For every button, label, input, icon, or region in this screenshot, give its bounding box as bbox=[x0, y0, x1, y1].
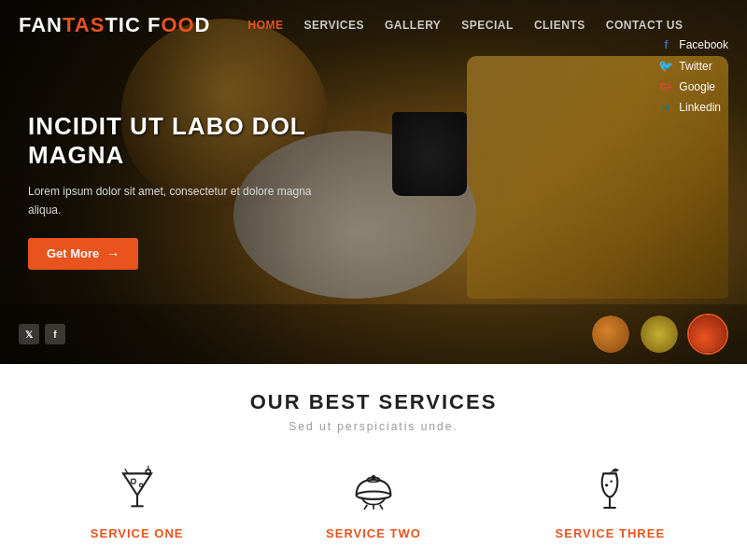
get-more-button[interactable]: Get More → bbox=[28, 238, 138, 270]
social-bar: f Facebook 🐦 Twitter G+ Google in Linked… bbox=[658, 37, 728, 114]
service-item-three: SERVICE THREE bbox=[492, 461, 728, 540]
nav-home[interactable]: HOME bbox=[248, 19, 284, 32]
nav-contact[interactable]: CONTACT US bbox=[606, 19, 684, 32]
social-facebook[interactable]: f Facebook bbox=[658, 37, 728, 51]
facebook-label: Facebook bbox=[679, 38, 728, 51]
linkedin-label: Linkedin bbox=[679, 101, 721, 114]
services-grid: SERVICE ONE SERVICE TWO bbox=[19, 461, 728, 540]
social-twitter[interactable]: 🐦 Twitter bbox=[658, 59, 728, 73]
service-two-icon bbox=[345, 461, 402, 517]
nav-gallery[interactable]: GALLERY bbox=[385, 19, 441, 32]
svg-line-13 bbox=[380, 505, 383, 510]
slide-thumb-1[interactable] bbox=[590, 314, 631, 355]
logo-text-tic: TIC F bbox=[105, 13, 161, 36]
navbar: FANTASTIC FOOD HOME SERVICES GALLERY SPE… bbox=[0, 0, 747, 50]
svg-point-7 bbox=[139, 483, 142, 486]
logo-text-fan: FAN bbox=[19, 13, 63, 36]
services-title: OUR BEST SERVICES bbox=[250, 390, 498, 414]
service-item-one: SERVICE ONE bbox=[19, 461, 255, 540]
share-facebook-icon[interactable]: f bbox=[45, 324, 65, 344]
google-icon: G+ bbox=[658, 82, 673, 92]
social-google[interactable]: G+ Google bbox=[658, 80, 728, 93]
linkedin-icon: in bbox=[658, 103, 673, 112]
service-three-label: SERVICE THREE bbox=[556, 526, 666, 540]
logo-text-oo: OO bbox=[161, 13, 194, 36]
svg-point-6 bbox=[131, 479, 135, 483]
nav-links: HOME SERVICES GALLERY SPECIAL CLIENTS CO… bbox=[248, 19, 684, 32]
nav-clients[interactable]: CLIENTS bbox=[534, 19, 585, 32]
twitter-icon: 🐦 bbox=[658, 59, 673, 73]
nav-services[interactable]: SERVICES bbox=[304, 19, 364, 32]
slide-thumb-2-image bbox=[641, 315, 678, 353]
svg-point-17 bbox=[605, 483, 608, 486]
slide-thumbnails bbox=[590, 314, 728, 355]
service-three-icon bbox=[582, 461, 638, 517]
service-one-label: SERVICE ONE bbox=[91, 526, 184, 540]
hero-text: Lorem ipsum dolor sit amet, consectetur … bbox=[28, 183, 345, 218]
svg-line-11 bbox=[364, 505, 367, 510]
nav-special[interactable]: SPECIAL bbox=[461, 19, 514, 32]
twitter-label: Twitter bbox=[679, 60, 712, 73]
svg-point-8 bbox=[357, 492, 391, 499]
hero-content: INCIDIT UT LABO DOL MAGNA Lorem ipsum do… bbox=[28, 112, 345, 270]
service-item-two: SERVICE TWO bbox=[255, 461, 491, 540]
logo-text-d: D bbox=[195, 13, 211, 36]
share-x-icon[interactable]: 𝕏 bbox=[19, 324, 39, 344]
logo: FANTASTIC FOOD bbox=[19, 13, 211, 37]
hero-title: INCIDIT UT LABO DOL MAGNA bbox=[28, 112, 345, 170]
svg-point-10 bbox=[371, 475, 375, 480]
svg-point-3 bbox=[146, 469, 150, 474]
share-icons: 𝕏 f bbox=[19, 324, 65, 344]
slide-thumb-3-image bbox=[689, 315, 726, 353]
slide-thumb-3[interactable] bbox=[687, 314, 728, 355]
logo-text-tas: TAS bbox=[63, 13, 105, 36]
hero-section: FANTASTIC FOOD HOME SERVICES GALLERY SPE… bbox=[0, 0, 747, 364]
services-section: OUR BEST SERVICES Sed ut perspiciatis un… bbox=[0, 364, 747, 560]
get-more-arrow-icon: → bbox=[106, 246, 120, 261]
get-more-label: Get More bbox=[47, 246, 99, 260]
service-two-label: SERVICE TWO bbox=[326, 526, 421, 540]
slide-thumb-1-image bbox=[592, 315, 629, 353]
social-linkedin[interactable]: in Linkedin bbox=[658, 101, 728, 114]
services-subtitle: Sed ut perspiciatis unde. bbox=[289, 420, 458, 433]
hero-bottom-bar: 𝕏 f bbox=[0, 304, 747, 364]
facebook-icon: f bbox=[658, 37, 673, 51]
service-one-icon bbox=[109, 461, 165, 517]
svg-marker-2 bbox=[123, 473, 151, 495]
slide-thumb-2[interactable] bbox=[639, 314, 680, 355]
svg-point-18 bbox=[611, 480, 613, 483]
google-label: Google bbox=[679, 80, 715, 93]
